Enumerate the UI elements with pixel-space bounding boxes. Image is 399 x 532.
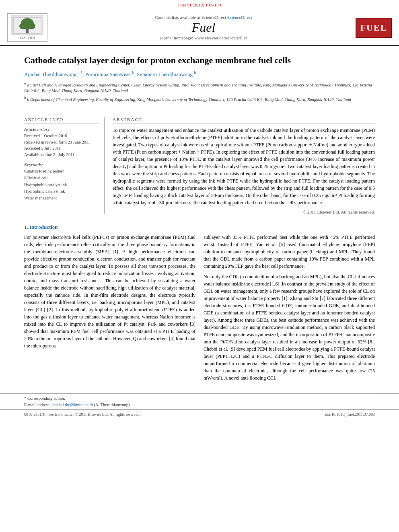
- journal-center: Contents lists available at ScienceDirec…: [51, 15, 356, 40]
- corresponding-author-note: * Corresponding author.: [24, 395, 375, 402]
- body-left-para-1: For polymer electrolyte fuel cells (PEFC…: [24, 234, 195, 349]
- accepted-date: Accepted 5 July 2011: [24, 145, 99, 152]
- svg-point-4: [27, 23, 35, 29]
- journal-homepage: journal homepage: www.elsevier.com/locat…: [56, 35, 352, 40]
- article-info-abstract-section: ARTICLE INFO Article history: Received 1…: [0, 112, 399, 218]
- footnote-block: * Corresponding author. E-mail address: …: [0, 393, 399, 408]
- history-label: Article history:: [24, 127, 99, 131]
- keyword-4: Hydrophilic catalyst ink: [24, 188, 99, 195]
- available-date: Available online 21 July 2011: [24, 152, 99, 158]
- body-right-column: sublayer with 35% PTFE performed best wh…: [204, 234, 375, 385]
- article-info-label: ARTICLE INFO: [24, 117, 99, 123]
- email-note: E-mail address: apichai.the@kmutt.ac.th …: [24, 402, 375, 408]
- section-1-heading: 1. Introduction: [24, 224, 375, 230]
- email-label: E-mail address:: [24, 403, 51, 407]
- email-link[interactable]: apichai.the@kmutt.ac.th: [51, 403, 93, 407]
- copyright-line: © 2011 Elsevier Ltd. All rights reserved…: [113, 210, 375, 214]
- email-suffix: (A. Therdthianwong).: [94, 403, 131, 407]
- sciencedirect-link[interactable]: ScienceDirect: [227, 15, 252, 20]
- keyword-3: Hydrophobic catalyst ink: [24, 182, 99, 189]
- elsevier-logo: ELSEVIER: [7, 13, 51, 42]
- sciencedirect-line: Contents lists available at ScienceDirec…: [56, 15, 352, 20]
- journal-title: Fuel: [56, 21, 352, 35]
- body-two-col: For polymer electrolyte fuel cells (PEFC…: [24, 234, 375, 385]
- received-revised-date: Received in revised form 23 June 2011: [24, 139, 99, 146]
- keywords-label: Keywords:: [24, 162, 99, 167]
- article-title: Cathode catalyst layer design for proton…: [24, 55, 375, 66]
- keywords-block: Keywords: Catalyst loading pattern PEM f…: [24, 162, 99, 202]
- keyword-2: PEM fuel cell: [24, 175, 99, 182]
- page-footer: 0016-2361/$ – see front matter © 2011 El…: [0, 409, 399, 419]
- issn-text: 0016-2361/$ – see front matter © 2011 El…: [24, 412, 140, 417]
- citation-bar: Fuel 91 (2012) 192–199: [0, 0, 399, 9]
- article-authors: Apichai Therdthianwong a,*, Pornrumpa Sa…: [24, 70, 375, 78]
- body-right-para-2: Not only the GDL (a combination of a bac…: [204, 273, 375, 382]
- abstract-text: To improve water management and enhance …: [113, 127, 375, 206]
- author-supaporn: Supaporn Therdthianwong b: [137, 71, 196, 77]
- svg-point-3: [19, 23, 27, 29]
- body-content: 1. Introduction For polymer electrolyte …: [0, 218, 399, 393]
- citation-text: Fuel 91 (2012) 192–199: [178, 2, 221, 7]
- keyword-5: Water management: [24, 195, 99, 202]
- affiliation-b: b b Department of Chemical Engineering, …: [24, 95, 375, 103]
- elsevier-wordmark: ELSEVIER: [20, 36, 35, 40]
- page: Fuel 91 (2012) 192–199: [0, 0, 399, 532]
- article-info-column: ARTICLE INFO Article history: Received 1…: [24, 117, 105, 214]
- author-apichai: Apichai Therdthianwong a,*: [24, 71, 82, 77]
- doi-text: doi:10.1016/j.fuel.2011.07.003: [325, 412, 375, 417]
- body-left-column: For polymer electrolyte fuel cells (PEFC…: [24, 234, 195, 385]
- article-history-block: Article history: Received 1 October 2010…: [24, 127, 99, 158]
- abstract-column: ABSTRACT To improve water management and…: [113, 117, 375, 214]
- article-title-section: Cathode catalyst layer design for proton…: [0, 46, 399, 108]
- keyword-1: Catalyst loading pattern: [24, 168, 99, 175]
- author-pornrumpa: Pornrumpa Saenwiset b: [85, 71, 134, 77]
- fuel-logo: FUEL: [356, 18, 392, 38]
- journal-header: ELSEVIER Contents lists available at Sci…: [0, 9, 399, 46]
- body-right-para-1: sublayer with 35% PTFE performed best wh…: [204, 234, 375, 270]
- elsevier-logo-image: [11, 15, 43, 35]
- received-date: Received 1 October 2010: [24, 133, 99, 139]
- affiliation-a: a a Fuel Cell and Hydrogen Research and …: [24, 81, 375, 94]
- abstract-label: ABSTRACT: [113, 117, 375, 123]
